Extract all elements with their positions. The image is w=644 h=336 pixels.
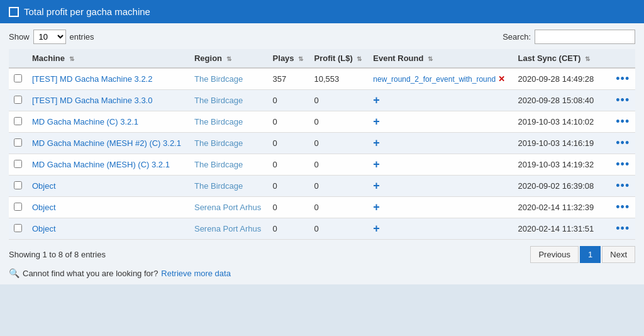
showing-text: Showing 1 to 8 of 8 entries (9, 250, 106, 259)
retrieve-link[interactable]: Retrieve more data (161, 269, 231, 278)
page-header: Total profit per gacha machine (0, 0, 644, 23)
profit-cell: 0 (309, 111, 368, 133)
sort-region-icon: ⇅ (226, 55, 231, 62)
remove-event-button[interactable]: ✕ (498, 74, 505, 84)
machine-link[interactable]: [TEST] MD Gacha Machine 3.3.0 (32, 96, 152, 105)
row-checkbox[interactable] (14, 74, 22, 82)
event-round-cell: + (368, 218, 513, 240)
search-input[interactable] (535, 30, 635, 44)
profit-cell: 0 (309, 154, 368, 176)
show-entries-control: Show 10 25 50 100 entries (9, 30, 94, 44)
add-event-button[interactable]: + (373, 94, 380, 107)
col-plays[interactable]: Plays ⇅ (268, 49, 309, 68)
region-link[interactable]: The Birdcage (194, 117, 243, 126)
col-machine[interactable]: Machine ⇅ (27, 49, 189, 68)
sort-event-icon: ⇅ (428, 55, 433, 62)
row-checkbox[interactable] (14, 224, 22, 232)
col-checkbox (9, 49, 27, 68)
previous-button[interactable]: Previous (530, 246, 579, 263)
event-round-cell: + (368, 176, 513, 197)
last-sync-cell: 2019-10-03 14:19:32 (513, 154, 601, 176)
pagination: Previous 1 Next (530, 246, 635, 263)
show-label: Show (9, 32, 30, 42)
machine-link[interactable]: MD Gacha Machine (MESH) (C) 3.2.1 (32, 160, 170, 169)
col-profit[interactable]: Profit (L$) ⇅ (309, 49, 368, 68)
row-checkbox[interactable] (14, 117, 22, 125)
sort-machine-icon: ⇅ (69, 55, 74, 62)
row-checkbox[interactable] (14, 181, 22, 189)
col-sort-icon (601, 218, 611, 240)
region-link[interactable]: The Birdcage (194, 74, 243, 84)
add-event-button[interactable]: + (373, 115, 380, 128)
next-button[interactable]: Next (602, 246, 635, 263)
table-row: MD Gacha Machine (C) 3.2.1The Birdcage00… (9, 111, 635, 133)
last-sync-cell: 2020-09-28 14:49:28 (513, 68, 601, 90)
retrieve-row: 🔍 Cannot find what you are looking for? … (9, 268, 635, 278)
profit-cell: 0 (309, 176, 368, 197)
sort-plays-icon: ⇅ (298, 55, 303, 62)
region-link[interactable]: Serena Port Arhus (194, 224, 261, 233)
add-event-button[interactable]: + (373, 222, 380, 235)
col-sort-icon (601, 154, 611, 176)
region-link[interactable]: Serena Port Arhus (194, 203, 261, 212)
col-sort-icon (601, 197, 611, 218)
footer-row: Showing 1 to 8 of 8 entries Previous 1 N… (9, 246, 635, 263)
row-checkbox[interactable] (14, 203, 22, 211)
machine-link[interactable]: MD Gacha Machine (MESH #2) (C) 3.2.1 (32, 138, 181, 148)
row-menu-button[interactable]: ••• (616, 137, 630, 149)
plays-cell: 0 (268, 154, 309, 176)
plays-cell: 0 (268, 90, 309, 111)
profit-cell: 0 (309, 218, 368, 240)
region-link[interactable]: The Birdcage (194, 181, 243, 191)
add-event-button[interactable]: + (373, 201, 380, 214)
add-event-button[interactable]: + (373, 179, 380, 193)
row-checkbox[interactable] (14, 96, 22, 104)
machine-link[interactable]: [TEST] MD Gacha Machine 3.2.2 (32, 74, 152, 84)
table-row: MD Gacha Machine (MESH) (C) 3.2.1The Bir… (9, 154, 635, 176)
entries-label: entries (70, 32, 94, 42)
last-sync-cell: 2019-10-03 14:10:02 (513, 111, 601, 133)
add-event-button[interactable]: + (373, 158, 380, 171)
col-sort-icon (601, 133, 611, 154)
last-sync-cell: 2020-09-02 16:39:08 (513, 176, 601, 197)
machine-link[interactable]: Object (32, 224, 56, 233)
col-region[interactable]: Region ⇅ (189, 49, 268, 68)
machine-link[interactable]: MD Gacha Machine (C) 3.2.1 (32, 117, 138, 126)
region-link[interactable]: The Birdcage (194, 160, 243, 169)
row-menu-button[interactable]: ••• (616, 72, 630, 85)
sort-sync-icon: ⇅ (585, 55, 590, 62)
row-menu-button[interactable]: ••• (616, 179, 630, 192)
row-checkbox[interactable] (14, 138, 22, 147)
table-row: ObjectThe Birdcage00+2020-09-02 16:39:08… (9, 176, 635, 197)
main-content: Show 10 25 50 100 entries Search: Machin… (0, 23, 644, 284)
event-round-cell: + (368, 133, 513, 154)
col-last-sync[interactable]: Last Sync (CET) ⇅ (513, 49, 601, 68)
last-sync-cell: 2020-02-14 11:31:51 (513, 218, 601, 240)
profit-cell: 0 (309, 90, 368, 111)
table-row: [TEST] MD Gacha Machine 3.3.0The Birdcag… (9, 90, 635, 111)
page-1-button[interactable]: 1 (580, 246, 601, 263)
row-menu-button[interactable]: ••• (616, 158, 630, 171)
col-actions1 (601, 49, 611, 68)
machine-link[interactable]: Object (32, 203, 56, 212)
controls-row: Show 10 25 50 100 entries Search: (9, 30, 635, 44)
row-menu-button[interactable]: ••• (616, 115, 630, 128)
retrieve-prefix: Cannot find what you are looking for? (23, 269, 158, 278)
event-round-cell: + (368, 111, 513, 133)
region-link[interactable]: The Birdcage (194, 96, 243, 105)
table-body: [TEST] MD Gacha Machine 3.2.2The Birdcag… (9, 68, 635, 240)
row-menu-button[interactable]: ••• (616, 94, 630, 106)
col-sort-icon (601, 176, 611, 197)
plays-cell: 357 (268, 68, 309, 90)
col-event-round[interactable]: Event Round ⇅ (368, 49, 513, 68)
region-link[interactable]: The Birdcage (194, 138, 243, 148)
search-row: Search: (502, 30, 635, 44)
row-checkbox[interactable] (14, 160, 22, 168)
machine-link[interactable]: Object (32, 181, 56, 191)
entries-select[interactable]: 10 25 50 100 (33, 30, 66, 44)
add-event-button[interactable]: + (373, 137, 380, 150)
plays-cell: 0 (268, 133, 309, 154)
event-round-cell: new_round_2_for_event_with_round✕ (368, 68, 513, 90)
row-menu-button[interactable]: ••• (616, 222, 630, 235)
row-menu-button[interactable]: ••• (616, 201, 630, 213)
